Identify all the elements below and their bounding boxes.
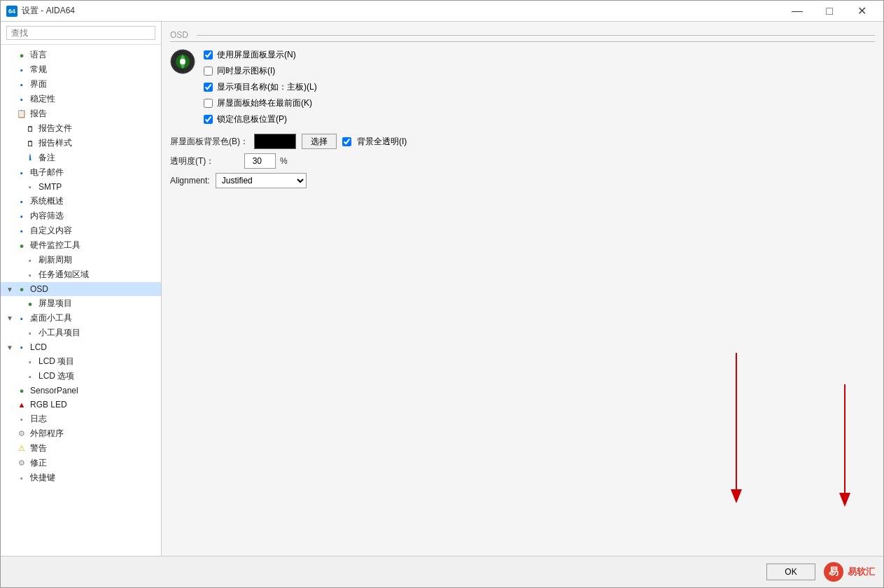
maximize-button[interactable]: □: [813, 1, 846, 22]
tree-item-icon: ▪: [24, 181, 36, 192]
tree-item-icon: ●: [16, 284, 27, 295]
select-color-button[interactable]: 选择: [302, 134, 337, 149]
checkbox-show-icon-input[interactable]: [204, 66, 213, 76]
tree-item-label: LCD 选项: [38, 370, 74, 382]
window-body: ●语言▪常规▪界面▪稳定性📋报告🗒报告文件🗒报告样式ℹ备注▪电子邮件▪SMTP▪…: [1, 22, 883, 556]
tree-item-icon: ▪: [16, 472, 27, 484]
tree-item-label: RGB LED: [30, 400, 67, 410]
sidebar-item-xiuzheng[interactable]: ⚙修正: [1, 456, 161, 470]
tree-item-label: LCD: [30, 342, 47, 352]
sidebar-item-neirongshaixuan[interactable]: ▪内容筛选: [1, 209, 161, 223]
osd-logo: [170, 49, 195, 74]
sidebar-item-lcdxiangmu[interactable]: ▪LCD 项目: [1, 354, 161, 369]
sidebar-item-kuaijiejian[interactable]: ▪快捷键: [1, 470, 161, 485]
watermark: 易 易软汇: [824, 562, 875, 582]
tree-item-label: OSD: [30, 284, 48, 294]
tree-item-label: 报告样式: [38, 137, 72, 149]
checkbox-use-osd-input[interactable]: [204, 50, 213, 59]
tree-item-label: 自定义内容: [30, 225, 72, 237]
tree-item-icon: ●: [16, 385, 27, 396]
minimize-button[interactable]: —: [781, 1, 813, 22]
sidebar-item-baogaowenjian[interactable]: 🗒报告文件: [1, 121, 161, 136]
tree-item-label: 外部程序: [30, 428, 64, 440]
sidebar-item-lcd[interactable]: ▼▪LCD: [1, 340, 161, 354]
red-arrow-right: [834, 384, 855, 514]
alignment-dropdown[interactable]: Left Center Right Justified: [216, 173, 307, 188]
footer: OK 易 易软汇: [1, 556, 883, 587]
checkbox-always-front-input[interactable]: [204, 99, 213, 108]
tree-item-icon: ▪: [16, 342, 27, 353]
sidebar-item-rizhi[interactable]: ▪日志: [1, 412, 161, 426]
red-arrow-left: [726, 353, 747, 514]
sidebar-item-baogao[interactable]: 📋报告: [1, 106, 161, 121]
sidebar-item-jiemian[interactable]: ▪界面: [1, 77, 161, 92]
tree-item-label: 屏显项目: [38, 298, 72, 309]
sidebar-item-lcdxuanxiang[interactable]: ▪LCD 选项: [1, 369, 161, 384]
checkbox-show-name-label: 显示项目名称(如：主板)(L): [217, 81, 317, 93]
tree-item-icon: 🗒: [24, 123, 36, 134]
window-controls: — □ ✕: [781, 1, 878, 22]
sidebar-item-pingmuxiangmu[interactable]: ●屏显项目: [1, 296, 161, 311]
sidebar-item-renwutongzhiquyu[interactable]: ▪任务通知区域: [1, 267, 161, 282]
sidebar-item-smtp[interactable]: ▪SMTP: [1, 180, 161, 194]
tree-item-label: 桌面小工具: [30, 312, 72, 324]
sidebar-item-zidingyineirong[interactable]: ▪自定义内容: [1, 223, 161, 238]
sidebar-item-osd[interactable]: ▼●OSD: [1, 282, 161, 296]
sidebar-item-xiaogongjuxiangmu[interactable]: ▪小工具项目: [1, 326, 161, 340]
checkbox-always-front-label: 屏显面板始终在最前面(K): [217, 97, 312, 109]
tree-item-label: 刷新周期: [38, 254, 72, 266]
sidebar-item-changgui[interactable]: ▪常规: [1, 62, 161, 77]
tree-item-icon: ▪: [24, 255, 36, 266]
ok-button[interactable]: OK: [766, 564, 815, 580]
alignment-row: Alignment: Left Center Right Justified: [170, 173, 875, 188]
sidebar-item-baogaoyangshu[interactable]: 🗒报告样式: [1, 136, 161, 150]
sidebar-item-beizhu[interactable]: ℹ备注: [1, 150, 161, 165]
sidebar-item-zhuomianxiaogongju[interactable]: ▼▪桌面小工具: [1, 311, 161, 326]
search-input[interactable]: [6, 26, 155, 40]
tree-item-icon: ℹ: [24, 153, 36, 164]
bg-transparent-checkbox[interactable]: [342, 137, 351, 146]
sidebar-tree: ●语言▪常规▪界面▪稳定性📋报告🗒报告文件🗒报告样式ℹ备注▪电子邮件▪SMTP▪…: [1, 45, 161, 556]
tree-item-label: 修正: [30, 457, 47, 469]
tree-item-label: 内容筛选: [30, 210, 64, 222]
checkbox-show-icon-label: 同时显示图标(I): [217, 65, 275, 77]
tree-item-label: 小工具项目: [38, 327, 80, 339]
bg-color-label: 屏显面板背景色(B)：: [170, 136, 248, 148]
checkbox-show-icon: 同时显示图标(I): [204, 65, 317, 77]
tree-item-label: 日志: [30, 413, 47, 425]
sidebar-item-rgbled[interactable]: ▲RGB LED: [1, 398, 161, 412]
transparency-input[interactable]: [244, 153, 276, 169]
app-icon: 64: [6, 6, 17, 17]
close-button[interactable]: ✕: [846, 1, 878, 22]
bg-color-box[interactable]: [254, 134, 296, 149]
expand-arrow: ▼: [6, 314, 15, 322]
sidebar-item-wendingxing[interactable]: ▪稳定性: [1, 92, 161, 106]
tree-item-label: 常规: [30, 64, 47, 76]
window-title: 设置 - AIDA64: [22, 5, 781, 17]
sidebar-item-jinggao[interactable]: ⚠警告: [1, 441, 161, 456]
title-bar: 64 设置 - AIDA64 — □ ✕: [1, 1, 883, 22]
sidebar-item-yingjianjiankong[interactable]: ●硬件监控工具: [1, 238, 161, 253]
tree-item-label: 任务通知区域: [38, 269, 89, 281]
watermark-logo: 易: [824, 562, 843, 582]
osd-header: 使用屏显面板显示(N) 同时显示图标(I) 显示项目名称(如：主板)(L): [170, 49, 875, 125]
tree-item-label: 备注: [38, 152, 55, 164]
sidebar-item-waibuchengxu[interactable]: ⚙外部程序: [1, 426, 161, 441]
tree-item-label: 快捷键: [30, 472, 55, 484]
tree-item-icon: ▪: [16, 313, 27, 324]
checkbox-show-name: 显示项目名称(如：主板)(L): [204, 81, 317, 93]
tree-item-label: 稳定性: [30, 93, 55, 105]
sidebar: ●语言▪常规▪界面▪稳定性📋报告🗒报告文件🗒报告样式ℹ备注▪电子邮件▪SMTP▪…: [1, 22, 162, 556]
checkbox-lock-pos: 锁定信息板位置(P): [204, 113, 317, 125]
sidebar-item-dianziyoujian[interactable]: ▪电子邮件: [1, 165, 161, 180]
transparency-label: 透明度(T)：: [170, 155, 240, 167]
sidebar-item-xitongaigaishu[interactable]: ▪系统概述: [1, 194, 161, 209]
sidebar-item-shuaxinzhouqi[interactable]: ▪刷新周期: [1, 253, 161, 267]
expand-arrow: ▼: [6, 344, 15, 351]
checkbox-lock-pos-input[interactable]: [204, 115, 213, 124]
expand-arrow: ▼: [6, 286, 15, 293]
osd-panel: OSD: [170, 30, 875, 547]
checkbox-show-name-input[interactable]: [204, 83, 213, 92]
sidebar-item-yuyan[interactable]: ●语言: [1, 48, 161, 62]
sidebar-item-sensorpanel[interactable]: ●SensorPanel: [1, 384, 161, 398]
